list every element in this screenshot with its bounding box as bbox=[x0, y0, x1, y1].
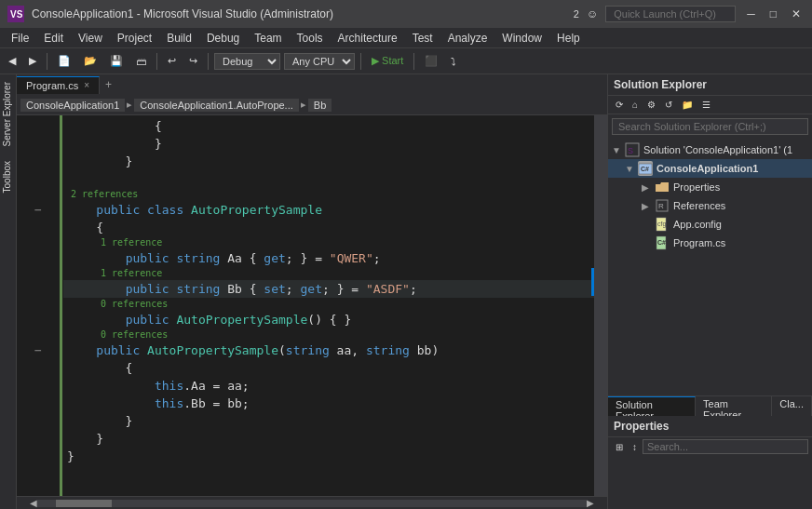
se-show-all-button[interactable]: ☰ bbox=[698, 98, 714, 112]
smiley-icon[interactable]: ☺ bbox=[587, 7, 598, 20]
tab-add-button[interactable]: + bbox=[100, 78, 117, 91]
props-search-input[interactable] bbox=[643, 439, 808, 454]
team-explorer-tab[interactable]: Team Explorer bbox=[696, 396, 772, 416]
menu-project[interactable]: Project bbox=[110, 30, 159, 47]
project-icon: C# bbox=[638, 161, 653, 176]
menu-debug[interactable]: Debug bbox=[199, 30, 247, 47]
toolbar-sep-5 bbox=[413, 53, 414, 70]
fold-button-2[interactable]: − bbox=[32, 342, 45, 359]
solution-icon: S bbox=[625, 142, 640, 157]
props-categorized-button[interactable]: ⊞ bbox=[612, 440, 627, 454]
solution-explorer-search[interactable] bbox=[612, 118, 808, 135]
open-button[interactable]: 📂 bbox=[79, 53, 102, 69]
tree-expand-references[interactable]: ▶ bbox=[642, 201, 655, 211]
breakpoint-button[interactable]: ⬛ bbox=[420, 53, 442, 69]
code-line: public string Aa { get; } = "QWER"; bbox=[63, 249, 607, 267]
horizontal-scrollbar[interactable]: ◀ ▶ bbox=[17, 496, 607, 509]
quick-launch-input[interactable] bbox=[605, 6, 736, 22]
tree-item-project[interactable]: ▼ C# ConsoleApplication1 bbox=[608, 159, 812, 178]
close-button[interactable]: ✕ bbox=[788, 7, 805, 20]
start-button[interactable]: ▶ Start bbox=[367, 53, 408, 69]
breadcrumb-arrow-1: ▸ bbox=[127, 99, 132, 111]
tree-item-references[interactable]: ▶ R References bbox=[608, 196, 812, 215]
server-explorer-tab[interactable]: Server Explorer bbox=[0, 74, 16, 154]
program-cs-tab[interactable]: Program.cs × bbox=[17, 76, 100, 94]
menu-architecture[interactable]: Architecture bbox=[331, 30, 405, 47]
svg-text:cfg: cfg bbox=[657, 221, 666, 228]
back-button[interactable]: ◀ bbox=[4, 53, 20, 69]
code-text: } bbox=[67, 448, 74, 465]
tree-item-solution[interactable]: ▼ S Solution 'ConsoleApplication1' (1 bbox=[608, 141, 812, 159]
code-text: } bbox=[67, 135, 162, 153]
left-sidebar: Server Explorer Toolbox bbox=[0, 74, 17, 509]
menu-view[interactable]: View bbox=[71, 30, 110, 47]
scrollbar-track[interactable] bbox=[37, 500, 587, 507]
toolbar: ◀ ▶ 📄 📂 💾 🗃 ↩ ↪ Debug Release Any CPU ▶ … bbox=[0, 48, 812, 74]
debug-config-dropdown[interactable]: Debug Release bbox=[214, 53, 280, 70]
tree-item-appconfig[interactable]: cfg App.config bbox=[608, 215, 812, 234]
appconfig-icon: cfg bbox=[655, 217, 670, 232]
redo-button[interactable]: ↪ bbox=[184, 53, 202, 69]
menu-tools[interactable]: Tools bbox=[290, 30, 331, 47]
programcs-icon: C# bbox=[655, 235, 670, 250]
tree-label-project: ConsoleApplication1 bbox=[656, 163, 758, 174]
notification-count: 2 bbox=[574, 8, 579, 20]
code-line: } bbox=[63, 153, 607, 170]
menu-help[interactable]: Help bbox=[549, 30, 588, 47]
undo-button[interactable]: ↩ bbox=[163, 53, 181, 69]
se-settings-button[interactable]: ⚙ bbox=[643, 98, 659, 112]
breadcrumb-member[interactable]: Bb bbox=[308, 99, 332, 112]
save-all-button[interactable]: 🗃 bbox=[131, 54, 151, 69]
breadcrumb-class[interactable]: ConsoleApplication1.AutoPrope... bbox=[134, 99, 299, 112]
ref-count-line: 1 reference bbox=[63, 267, 607, 280]
menu-team[interactable]: Team bbox=[247, 30, 289, 47]
window-title: ConsoleApplication1 - Microsoft Visual S… bbox=[32, 7, 566, 20]
code-text: { bbox=[67, 359, 132, 377]
scroll-right-button[interactable]: ▶ bbox=[587, 498, 594, 508]
code-line-bb: public string Bb { set; get; } = "ASDF"; bbox=[63, 280, 607, 298]
new-project-button[interactable]: 📄 bbox=[53, 53, 75, 69]
save-button[interactable]: 💾 bbox=[105, 53, 128, 69]
menu-build[interactable]: Build bbox=[159, 30, 199, 47]
tab-close-button[interactable]: × bbox=[84, 80, 89, 90]
change-indicator-bar bbox=[60, 115, 62, 496]
vs-logo: VS bbox=[7, 6, 24, 22]
title-bar: VS ConsoleApplication1 - Microsoft Visua… bbox=[0, 0, 812, 28]
tree-item-programcs[interactable]: C# Program.cs bbox=[608, 234, 812, 252]
editor-vertical-scrollbar[interactable] bbox=[594, 115, 607, 496]
menu-file[interactable]: File bbox=[4, 30, 36, 47]
tree-expand-properties[interactable]: ▶ bbox=[642, 182, 655, 193]
scroll-left-button[interactable]: ◀ bbox=[30, 498, 37, 508]
menu-analyze[interactable]: Analyze bbox=[440, 30, 495, 47]
solution-explorer-bottom-tab[interactable]: Solution Explorer bbox=[608, 396, 696, 416]
scrollbar-thumb[interactable] bbox=[56, 500, 112, 507]
toolbox-tab[interactable]: Toolbox bbox=[0, 154, 16, 200]
forward-button[interactable]: ▶ bbox=[24, 53, 41, 69]
properties-panel: Properties ⊞ ↕ bbox=[607, 416, 812, 509]
tree-item-properties[interactable]: ▶ Properties bbox=[608, 178, 812, 196]
props-sorted-button[interactable]: ↕ bbox=[629, 440, 641, 454]
minimize-button[interactable]: ─ bbox=[743, 7, 759, 20]
se-home-button[interactable]: ⌂ bbox=[629, 98, 642, 112]
tab-filename: Program.cs bbox=[26, 80, 78, 91]
class-view-tab[interactable]: Cla... bbox=[772, 396, 812, 416]
toolbar-sep-2 bbox=[156, 53, 157, 70]
code-line: − public class AutoPropertySample bbox=[63, 201, 607, 219]
se-sync-button[interactable]: ⟳ bbox=[612, 98, 627, 112]
references-icon: R bbox=[655, 198, 670, 213]
menu-test[interactable]: Test bbox=[405, 30, 440, 47]
tree-expand-solution[interactable]: ▼ bbox=[612, 145, 625, 155]
ref-count-line: 0 references bbox=[63, 328, 607, 342]
menu-edit[interactable]: Edit bbox=[36, 30, 71, 47]
fold-button[interactable]: − bbox=[32, 201, 45, 219]
step-over-button[interactable]: ⤵ bbox=[446, 54, 461, 69]
se-refresh-button[interactable]: ↺ bbox=[661, 98, 676, 112]
se-new-folder-button[interactable]: 📁 bbox=[678, 98, 697, 112]
platform-dropdown[interactable]: Any CPU bbox=[284, 53, 355, 70]
maximize-button[interactable]: □ bbox=[766, 7, 780, 20]
menu-window[interactable]: Window bbox=[494, 30, 549, 47]
code-text: public AutoPropertySample() { } bbox=[67, 311, 351, 328]
breadcrumb-namespace[interactable]: ConsoleApplication1 bbox=[20, 99, 125, 112]
ref-count-line: 0 references bbox=[63, 298, 607, 311]
tree-expand-project[interactable]: ▼ bbox=[625, 164, 638, 174]
